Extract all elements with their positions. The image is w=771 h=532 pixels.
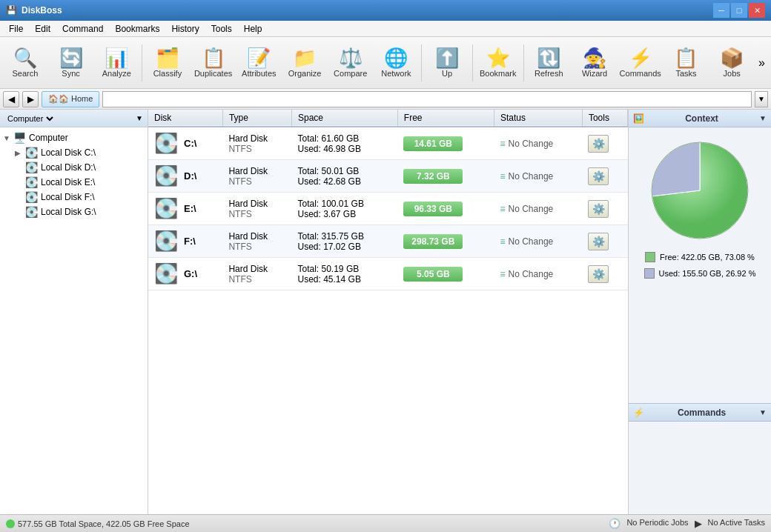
col-type[interactable]: Type — [222, 110, 291, 127]
toolbar-sep-8 — [421, 44, 422, 82]
space-cell-2: Total: 100.01 GBUsed: 3.67 GB — [292, 193, 398, 225]
tools-btn-1[interactable]: ⚙️ — [588, 167, 609, 185]
menu-item-edit[interactable]: Edit — [29, 22, 56, 36]
status-cell-2: ≡No Change — [494, 193, 583, 225]
address-dropdown[interactable]: ▼ — [755, 91, 768, 107]
toolbar-btn-duplicates[interactable]: 📋Duplicates — [191, 40, 236, 86]
disk-icon-3: 💽 — [154, 230, 178, 253]
attributes-icon: 📝 — [247, 48, 271, 67]
forward-button[interactable]: ▶ — [22, 91, 39, 107]
disk-cell-3: 💽 F:\ — [148, 225, 222, 258]
sidebar-disk-label-4: Local Disk G:\ — [41, 207, 96, 217]
toolbar-btn-network[interactable]: 🌐Network — [374, 40, 419, 86]
space-cell-0: Total: 61.60 GBUsed: 46.98 GB — [292, 127, 398, 160]
sidebar-computer-select[interactable]: Computer — [4, 113, 56, 124]
table-row[interactable]: 💽 C:\ Hard DiskNTFSTotal: 61.60 GBUsed: … — [148, 127, 628, 160]
table-header: Disk Type Space Free Status Tools — [148, 110, 628, 127]
col-status[interactable]: Status — [494, 110, 583, 127]
space-cell-4: Total: 50.19 GBUsed: 45.14 GB — [292, 258, 398, 290]
tools-cell-0: ⚙️ — [582, 127, 627, 160]
toolbar-btn-bookmark[interactable]: ⭐Bookmark — [476, 40, 520, 86]
status-icon-2: ≡ — [500, 204, 506, 214]
tasks-text: No Active Tasks — [708, 518, 765, 529]
status-right: 🕐 No Periodic Jobs ▶ No Active Tasks — [609, 518, 765, 529]
tools-btn-3[interactable]: ⚙️ — [588, 233, 609, 250]
address-bar[interactable] — [102, 91, 752, 107]
table-row[interactable]: 💽 E:\ Hard DiskNTFSTotal: 100.01 GBUsed:… — [148, 193, 628, 225]
commands-title: Commands — [678, 408, 726, 418]
computer-icon: 🖥️ — [13, 132, 26, 144]
toolbar-btn-analyze[interactable]: 📊Analyze — [94, 40, 139, 86]
table-row[interactable]: 💽 F:\ Hard DiskNTFSTotal: 315.75 GBUsed:… — [148, 225, 628, 258]
col-tools[interactable]: Tools — [582, 110, 627, 127]
status-indicator: 577.55 GB Total Space, 422.05 GB Free Sp… — [6, 519, 190, 528]
status-cell-4: ≡No Change — [494, 258, 583, 290]
table-row[interactable]: 💽 D:\ Hard DiskNTFSTotal: 50.01 GBUsed: … — [148, 160, 628, 193]
menu-item-tools[interactable]: Tools — [205, 22, 238, 36]
toolbar-btn-tasks[interactable]: 📋Tasks — [664, 40, 709, 86]
toolbar-btn-jobs[interactable]: 📦Jobs — [709, 40, 754, 86]
disk-type-4: Hard Disk — [228, 264, 285, 274]
menu-item-history[interactable]: History — [165, 22, 205, 36]
menu-item-help[interactable]: Help — [238, 22, 268, 36]
commands-label: Commands — [620, 69, 661, 78]
commands-dropdown[interactable]: ▼ — [759, 408, 767, 416]
home-icon: 🏠 — [48, 94, 59, 104]
compare-label: Compare — [334, 69, 367, 78]
organize-label: Organize — [288, 69, 322, 78]
sidebar-item-2[interactable]: 💽Local Disk E:\ — [0, 175, 148, 190]
col-disk[interactable]: Disk — [148, 110, 222, 127]
toolbar-btn-attributes[interactable]: 📝Attributes — [236, 40, 281, 86]
context-dropdown[interactable]: ▼ — [759, 114, 767, 122]
tools-btn-0[interactable]: ⚙️ — [588, 135, 609, 153]
toolbar-btn-sync[interactable]: 🔄Sync — [49, 40, 93, 86]
sidebar-item-3[interactable]: 💽Local Disk F:\ — [0, 190, 148, 205]
sidebar-item-0[interactable]: ▶💽Local Disk C:\ — [0, 145, 148, 160]
menu-item-command[interactable]: Command — [56, 22, 109, 36]
sidebar-item-computer[interactable]: ▼ 🖥️ Computer — [0, 130, 148, 145]
menu-item-file[interactable]: File — [3, 22, 29, 36]
app-icon: 💾 — [6, 5, 17, 16]
sidebar-item-1[interactable]: 💽Local Disk D:\ — [0, 160, 148, 175]
sidebar-header-dropdown[interactable]: ▼ — [136, 114, 143, 122]
table-row[interactable]: 💽 G:\ Hard DiskNTFSTotal: 50.19 GBUsed: … — [148, 258, 628, 290]
disk-type-1: Hard Disk — [228, 166, 285, 176]
close-button[interactable]: ✕ — [749, 3, 765, 18]
menu-item-bookmarks[interactable]: Bookmarks — [109, 22, 165, 36]
toolbar-btn-commands[interactable]: ⚡Commands — [618, 40, 663, 86]
toolbar-btn-search[interactable]: 🔍Search — [3, 40, 47, 86]
disk-used-3: Used: 17.02 GB — [298, 242, 392, 252]
home-button[interactable]: 🏠 🏠 Home — [42, 91, 99, 107]
commands-panel: ⚡ Commands ▼ — [629, 403, 771, 514]
toolbar-btn-wizard[interactable]: 🧙Wizard — [572, 40, 617, 86]
minimize-button[interactable]: ─ — [713, 3, 729, 18]
col-space[interactable]: Space — [292, 110, 398, 127]
disk-used-2: Used: 3.67 GB — [298, 209, 392, 219]
disk-used-4: Used: 45.14 GB — [298, 274, 392, 285]
network-label: Network — [381, 69, 411, 78]
pie-used-slice — [652, 142, 700, 196]
back-button[interactable]: ◀ — [3, 91, 19, 107]
tools-cell-1: ⚙️ — [582, 160, 627, 193]
maximize-button[interactable]: □ — [731, 3, 747, 18]
disk-used-1: Used: 42.68 GB — [298, 176, 392, 187]
disk-type-0: Hard Disk — [228, 133, 285, 144]
toolbar-btn-classify[interactable]: 🗂️Classify — [145, 40, 190, 86]
tools-btn-2[interactable]: ⚙️ — [588, 200, 609, 218]
type-cell-1: Hard DiskNTFS — [222, 160, 291, 193]
toolbar-btn-refresh[interactable]: 🔃Refresh — [526, 40, 571, 86]
sidebar-item-4[interactable]: 💽Local Disk G:\ — [0, 205, 148, 219]
organize-icon: 📁 — [293, 48, 317, 67]
free-badge-2: 96.33 GB — [403, 202, 463, 216]
toolbar-more-button[interactable]: » — [755, 53, 768, 73]
toolbar-btn-up[interactable]: ⬆️Up — [425, 40, 469, 86]
sync-label: Sync — [62, 69, 79, 78]
col-free[interactable]: Free — [397, 110, 494, 127]
sidebar-disk-label-2: Local Disk E:\ — [41, 177, 95, 187]
tools-btn-4[interactable]: ⚙️ — [588, 265, 609, 283]
disk-cell-0: 💽 C:\ — [148, 127, 222, 160]
space-cell-1: Total: 50.01 GBUsed: 42.68 GB — [292, 160, 398, 193]
toolbar-btn-organize[interactable]: 📁Organize — [282, 40, 327, 86]
sidebar-disk-label-3: Local Disk F:\ — [41, 192, 95, 202]
toolbar-btn-compare[interactable]: ⚖️Compare — [328, 40, 373, 86]
